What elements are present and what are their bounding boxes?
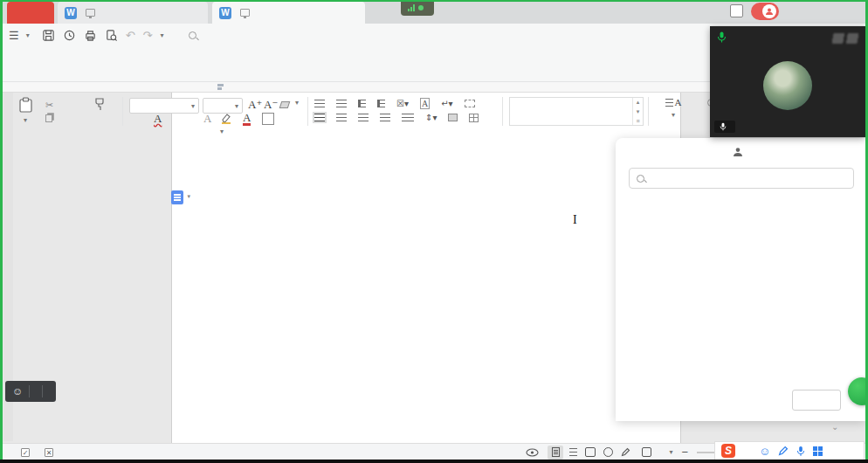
emoji-icon[interactable]: ☺ — [759, 445, 770, 458]
pinyin-guide-button[interactable]: ▾ — [295, 97, 299, 107]
hamburger-icon: ☰ — [9, 29, 19, 42]
align-justify-icon[interactable] — [380, 114, 390, 121]
view-mode-group — [548, 446, 633, 460]
window-count-badge[interactable] — [730, 4, 743, 17]
spell-check-toggle[interactable]: ✓ — [21, 448, 32, 457]
format-painter-button[interactable] — [82, 97, 117, 112]
document-page[interactable] — [171, 93, 681, 443]
read-mode-icon[interactable] — [582, 446, 598, 460]
redo-icon[interactable]: ↷ — [143, 29, 153, 42]
command-search[interactable] — [189, 31, 201, 39]
scroll-down-icon[interactable]: ▾ — [637, 108, 640, 115]
ime-toolbar[interactable]: S ☺ — [714, 441, 865, 460]
char-scale-icon[interactable]: A — [420, 98, 430, 109]
print-preview-icon[interactable] — [105, 29, 118, 42]
divider — [122, 97, 123, 126]
font-color-button[interactable]: A — [243, 112, 251, 126]
checkbox-x-icon: ✕ — [45, 448, 53, 457]
tab-bar: W W — [0, 0, 868, 24]
style-gallery-scroll[interactable]: ▴ ▾ ≡ — [632, 98, 643, 125]
more-styles-icon[interactable]: ≡ — [636, 118, 639, 124]
ime-keyboard-icon[interactable] — [813, 446, 823, 456]
member-search-input[interactable] — [629, 168, 854, 189]
text-layout-button[interactable]: A ▾ — [653, 97, 693, 120]
file-menu[interactable]: ☰ ▾ — [0, 29, 35, 42]
pencil-icon[interactable] — [778, 446, 789, 456]
text-direction-icon[interactable]: ☒▾ — [396, 99, 409, 108]
wps-writer-icon: W — [219, 7, 231, 19]
chevron-down-icon[interactable]: ▾ — [669, 448, 672, 456]
clipboard-icon — [18, 97, 33, 113]
tencent-meeting-pill[interactable] — [401, 0, 434, 16]
eraser-icon — [279, 101, 291, 108]
search-icon — [189, 31, 196, 39]
share-border-top — [0, 0, 868, 2]
annotation-icon[interactable] — [171, 190, 183, 204]
scrollbar-bits[interactable]: ⌄ — [831, 422, 847, 432]
web-view-icon[interactable] — [600, 446, 616, 460]
voice-input-icon[interactable] — [796, 446, 805, 457]
bullet-list-icon[interactable] — [314, 100, 325, 107]
undo-icon[interactable]: ↶ — [126, 29, 135, 42]
clear-format-button[interactable] — [280, 99, 289, 111]
numbered-list-icon[interactable] — [336, 100, 347, 107]
tab-home[interactable] — [7, 2, 54, 24]
text-effects-button[interactable]: A — [203, 112, 211, 126]
mute-button[interactable] — [792, 390, 841, 411]
strikethrough-button[interactable]: A — [154, 112, 162, 126]
highlight-color-button[interactable]: ▾ — [220, 113, 232, 136]
align-right-icon[interactable] — [358, 114, 369, 121]
chevron-down-icon[interactable]: ▾ — [160, 31, 163, 39]
line-spacing-icon[interactable]: ⇕▾ — [425, 113, 437, 122]
history-icon[interactable] — [63, 29, 76, 42]
wrap-icon[interactable]: ↵▾ — [441, 99, 452, 108]
fit-page-icon[interactable] — [642, 447, 651, 457]
font-name-select[interactable]: ▾ — [129, 98, 199, 114]
increase-font-button[interactable]: A⁺ — [248, 98, 262, 112]
paragraph-layout-icon[interactable] — [465, 100, 475, 107]
ink-icon[interactable] — [617, 446, 633, 460]
checkbox-checked-icon: ✓ — [21, 448, 30, 457]
scissors-icon: ✂ — [45, 100, 53, 110]
member-panel[interactable] — [616, 138, 865, 421]
char-border-button[interactable] — [262, 113, 274, 125]
align-center-icon[interactable] — [336, 114, 347, 121]
style-cells — [510, 98, 632, 125]
borders-icon[interactable] — [469, 114, 479, 122]
shared-screen: W W ☰ ▾ — [0, 0, 868, 463]
doc-proof-toggle[interactable]: ✕ — [45, 448, 56, 457]
scroll-up-icon[interactable]: ▴ — [637, 99, 640, 106]
chat-bubble[interactable]: ☺ — [5, 381, 56, 402]
divider — [307, 97, 308, 126]
eye-protect-icon[interactable] — [526, 448, 539, 457]
indent-markers[interactable] — [217, 84, 224, 91]
align-left-icon[interactable] — [314, 114, 325, 121]
decrease-font-button[interactable]: A⁻ — [264, 98, 278, 112]
page-view-icon[interactable] — [548, 446, 563, 460]
paste-button[interactable]: ▾ — [10, 97, 40, 125]
emoji-icon[interactable]: ☺ — [12, 385, 23, 397]
zoom-out-button[interactable]: − — [681, 446, 688, 459]
meeting-video-window[interactable] — [710, 26, 865, 137]
decrease-indent-icon[interactable] — [358, 100, 366, 107]
print-icon[interactable] — [84, 29, 97, 42]
cut-button[interactable]: ✂ — [45, 99, 53, 111]
divider — [502, 97, 503, 126]
increase-indent-icon[interactable] — [377, 100, 385, 107]
guest-login-button[interactable] — [751, 3, 779, 20]
status-toggles: ✓ ✕ — [7, 448, 68, 457]
distribute-icon[interactable] — [402, 114, 414, 121]
speaker-name-tag — [714, 121, 735, 133]
sogou-logo-icon[interactable]: S — [721, 444, 735, 458]
microphone-icon — [717, 31, 727, 43]
chevron-down-icon: ▾ — [26, 31, 30, 39]
shading-icon[interactable] — [448, 114, 458, 121]
monitor-icon — [240, 9, 250, 17]
save-icon[interactable] — [42, 29, 55, 42]
outline-view-icon[interactable] — [565, 446, 581, 460]
paintbrush-icon — [93, 97, 107, 112]
scroll-down-icon[interactable]: ⌄ — [831, 422, 838, 432]
tab-document-2[interactable]: W — [212, 2, 365, 24]
tab-document-1[interactable]: W — [58, 2, 208, 24]
copy-button[interactable] — [45, 113, 52, 125]
